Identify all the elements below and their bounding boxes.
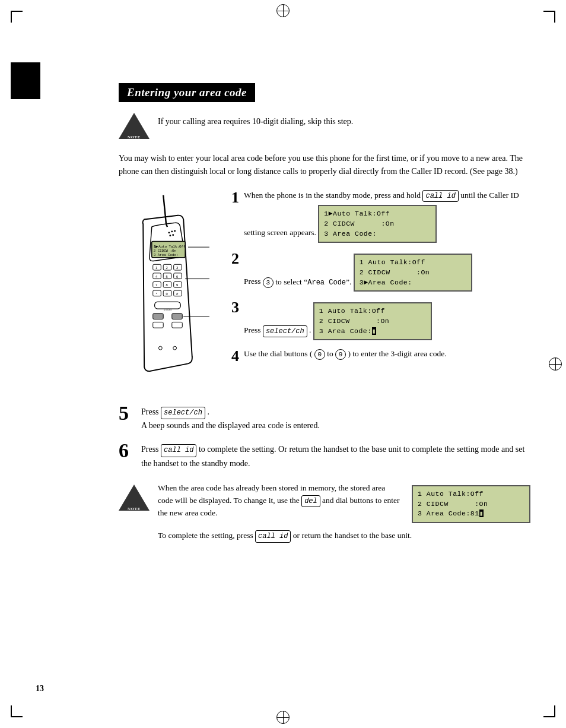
note1-label: NOTE (128, 135, 141, 140)
step-6-label: Press (141, 445, 159, 454)
note2-lcd-line3: 3 Area Code:81▮ (418, 509, 524, 519)
corner-mark-bl (11, 705, 23, 717)
step-2-text-after: to select “Area Code”. (275, 277, 351, 286)
step-4-circle-btn2: 9 (335, 349, 346, 360)
svg-line-0 (163, 195, 166, 224)
svg-text:7: 7 (155, 283, 157, 287)
note2-callid-button: call id (255, 530, 291, 543)
step-1-lcd-line1: 1►Auto Talk:Off (324, 209, 431, 219)
svg-point-2 (168, 232, 170, 233)
step-1-text-before: When the phone is in the standby mode, p… (244, 191, 421, 200)
step-4-text2: to (327, 349, 333, 358)
note1: NOTE If your calling area requires 10-di… (119, 113, 530, 141)
cross-right (549, 358, 561, 370)
note2-text-col: When the area code has already been stor… (158, 482, 402, 520)
steps-column: 1 When the phone is in the standby mode,… (231, 189, 530, 394)
step-5-button: select/ch (161, 407, 205, 419)
step-5: 5 Press select/ch . A beep sounds and th… (119, 403, 530, 433)
note2-cursor: ▮ (479, 509, 484, 517)
svg-rect-37 (172, 314, 182, 319)
svg-text:1: 1 (155, 266, 157, 270)
note1-text: If your calling area requires 10-digit d… (158, 113, 353, 128)
step-2-button-circle: 3 (263, 277, 274, 288)
step-5-text: . (207, 407, 209, 416)
step-1-text: When the phone is in the standby mode, p… (244, 189, 530, 246)
note2-icon: NOTE (119, 485, 150, 513)
step-4-circle-btn1: 0 (314, 349, 325, 360)
note2-text4: or return the handset to the base unit. (293, 531, 412, 540)
step-1-button: call id (422, 190, 458, 202)
note2-lcd-col: 1 Auto Talk:Off 2 CIDCW :On 3 Area Code:… (412, 482, 530, 526)
step-3-text-before: Press (244, 326, 261, 335)
svg-text:5: 5 (166, 274, 167, 278)
cursor-block: ▮ (372, 327, 376, 335)
step-5-label: Press (141, 407, 159, 416)
svg-line-1 (166, 224, 167, 227)
steps-area: 1▶Auto Talk:Off 2 CIDCW :On 3 Area Code: (119, 189, 530, 394)
svg-rect-38 (153, 322, 163, 328)
step-3-lcd: 1 Auto Talk:Off 2 CIDCW :On 3 Area Code:… (313, 302, 432, 340)
step-2-number: 2 (231, 251, 239, 268)
corner-mark-br (543, 705, 555, 717)
svg-text:3: 3 (176, 266, 178, 270)
step-1-lcd-line2: 2 CIDCW :On (324, 219, 431, 229)
page-title: Entering your area code (119, 83, 255, 102)
step-3-number: 3 (231, 299, 239, 316)
step-3-lcd-line1: 1 Auto Talk:Off (319, 306, 426, 316)
corner-mark-tl (11, 11, 23, 23)
step-5-sub: A beep sounds and the displayed area cod… (141, 419, 530, 432)
svg-text:*: * (155, 292, 157, 296)
step-2-lcd: 1 Auto Talk:Off 2 CIDCW :On 3►Area Code: (354, 254, 472, 292)
svg-point-4 (174, 230, 176, 232)
step-1: 1 When the phone is in the standby mode,… (231, 189, 530, 246)
step-4-number: 4 (231, 348, 239, 365)
step-1-lcd: 1►Auto Talk:Off 2 CIDCW :On 3 Area Code: (318, 205, 437, 243)
note2-lcd: 1 Auto Talk:Off 2 CIDCW :On 3 Area Code:… (412, 485, 530, 523)
phone-illustration: 1▶Auto Talk:Off 2 CIDCW :On 3 Area Code: (119, 189, 231, 394)
page-number: 13 (36, 684, 44, 694)
note2: NOTE When the area code has already been… (119, 482, 530, 543)
cross-top (277, 5, 289, 17)
step-2-text: Press 3 to select “Area Code”. 1 Auto Ta… (244, 251, 530, 295)
step-6-number: 6 (119, 441, 136, 461)
step-2-lcd-line3: 3►Area Code: (360, 278, 466, 288)
step-3-button: select/ch (263, 325, 307, 338)
note2-label: NOTE (128, 507, 141, 511)
note2-content: When the area code has already been stor… (158, 482, 530, 543)
step-5-text: Press select/ch . A beep sounds and the … (141, 403, 530, 433)
step-6-button: call id (161, 444, 196, 457)
step-3-lcd-line2: 2 CIDCW :On (319, 316, 426, 327)
step-5-line1: Press select/ch . (141, 406, 530, 419)
note2-lcd-line1: 1 Auto Talk:Off (418, 489, 524, 499)
step-2-lcd-line1: 1 Auto Talk:Off (360, 258, 466, 268)
cross-bottom (277, 711, 289, 723)
body-text: You may wish to enter your local area co… (119, 152, 530, 179)
step-5-number: 5 (119, 403, 136, 423)
step-1-lcd-line3: 3 Area Code: (324, 229, 431, 239)
step-2: 2 Press 3 to select “Area Code”. 1 Auto … (231, 251, 530, 295)
svg-point-41 (173, 346, 177, 350)
note2-text3-row: To complete the setting, press call id o… (158, 530, 530, 543)
black-rect (11, 62, 40, 99)
svg-rect-39 (172, 322, 182, 328)
svg-text:4: 4 (155, 274, 158, 278)
step-3-text-after: . (309, 326, 311, 335)
svg-text:0: 0 (166, 292, 167, 296)
svg-text:uniden: uniden (164, 308, 173, 311)
svg-point-3 (171, 230, 173, 232)
step-4: 4 Use the dial buttons ( 0 to 9 ) to ent… (231, 348, 530, 365)
step-2-lcd-line2: 2 CIDCW :On (360, 268, 466, 278)
step-1-number: 1 (231, 189, 239, 207)
svg-rect-36 (153, 314, 163, 319)
step-2-text-before: Press (244, 277, 261, 286)
step-3-text: Press select/ch . 1 Auto Talk:Off 2 CIDC… (244, 299, 530, 343)
svg-point-6 (172, 234, 174, 236)
note2-del-button: del (301, 495, 320, 508)
svg-text:6: 6 (176, 274, 178, 278)
main-content: Entering your area code NOTE If your cal… (119, 0, 530, 543)
svg-text:#: # (176, 292, 179, 296)
phone-svg: 1▶Auto Talk:Off 2 CIDCW :On 3 Area Code: (119, 189, 217, 391)
step-4-text-before: Use the dial buttons ( (244, 349, 312, 358)
corner-mark-tr (543, 11, 555, 23)
svg-point-40 (158, 346, 162, 350)
